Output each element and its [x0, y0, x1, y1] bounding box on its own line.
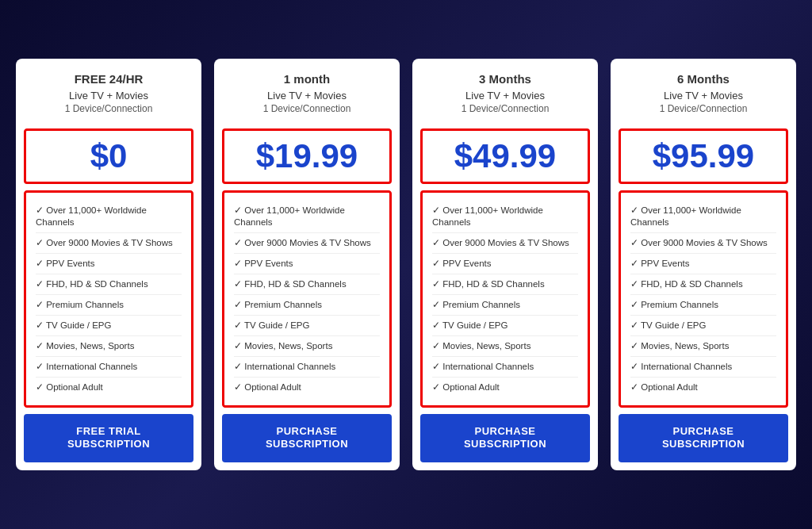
feature-item: ✓ International Channels [630, 357, 776, 378]
price-box: $95.99 [619, 128, 788, 184]
feature-item: ✓ International Channels [234, 357, 380, 378]
feature-item: ✓ Premium Channels [234, 295, 380, 316]
feature-item: ✓ FHD, HD & SD Channels [630, 274, 776, 295]
feature-item: ✓ PPV Events [432, 254, 578, 274]
plan-service: Live TV + Movies [422, 90, 588, 102]
features-list: ✓ Over 11,000+ Worldwide Channels✓ Over … [420, 190, 590, 407]
plan-device: 1 Device/Connection [224, 103, 390, 114]
feature-item: ✓ Over 9000 Movies & TV Shows [432, 233, 578, 254]
feature-item: ✓ Movies, News, Sports [432, 336, 578, 357]
plan-duration: 1 month [224, 71, 390, 87]
plan-service: Live TV + Movies [620, 90, 787, 102]
plan-duration: 3 Months [422, 71, 588, 87]
feature-item: ✓ Over 9000 Movies & TV Shows [36, 233, 182, 254]
feature-item: ✓ TV Guide / EPG [630, 316, 776, 336]
plan-price: $0 [29, 137, 188, 175]
plan-device: 1 Device/Connection [25, 103, 192, 114]
plan-header: FREE 24/HR Live TV + Movies 1 Device/Con… [16, 59, 201, 123]
price-box: $0 [24, 128, 193, 184]
feature-item: ✓ Optional Adult [432, 378, 578, 397]
plan-device: 1 Device/Connection [422, 103, 588, 114]
purchase-button-free[interactable]: FREE TRIALSUBSCRIPTION [24, 414, 193, 463]
plan-card-free: FREE 24/HR Live TV + Movies 1 Device/Con… [16, 59, 201, 471]
price-box: $19.99 [222, 128, 392, 184]
feature-item: ✓ TV Guide / EPG [432, 316, 578, 336]
feature-item: ✓ PPV Events [630, 254, 776, 274]
feature-item: ✓ Premium Channels [36, 295, 182, 316]
plan-price: $19.99 [228, 137, 386, 175]
feature-item: ✓ Over 11,000+ Worldwide Channels [432, 201, 578, 233]
purchase-button-6months[interactable]: PURCHASESUBSCRIPTION [619, 414, 788, 463]
feature-item: ✓ PPV Events [36, 254, 182, 274]
plan-card-3months: 3 Months Live TV + Movies 1 Device/Conne… [412, 59, 598, 471]
feature-item: ✓ Over 9000 Movies & TV Shows [630, 233, 776, 254]
feature-item: ✓ Movies, News, Sports [36, 336, 182, 357]
price-box: $49.99 [420, 128, 590, 184]
plan-card-1month: 1 month Live TV + Movies 1 Device/Connec… [214, 59, 400, 471]
feature-item: ✓ Movies, News, Sports [234, 336, 380, 357]
feature-item: ✓ Movies, News, Sports [630, 336, 776, 357]
feature-item: ✓ TV Guide / EPG [234, 316, 380, 336]
feature-item: ✓ Optional Adult [36, 378, 182, 397]
plan-device: 1 Device/Connection [620, 103, 787, 114]
plan-duration: 6 Months [620, 71, 787, 87]
feature-item: ✓ International Channels [432, 357, 578, 378]
features-list: ✓ Over 11,000+ Worldwide Channels✓ Over … [222, 190, 392, 407]
feature-item: ✓ Optional Adult [630, 378, 776, 397]
feature-item: ✓ Over 11,000+ Worldwide Channels [234, 201, 380, 233]
feature-item: ✓ Premium Channels [630, 295, 776, 316]
plan-header: 6 Months Live TV + Movies 1 Device/Conne… [611, 59, 796, 123]
feature-item: ✓ International Channels [36, 357, 182, 378]
plan-duration: FREE 24/HR [25, 71, 192, 87]
feature-item: ✓ FHD, HD & SD Channels [234, 274, 380, 295]
feature-item: ✓ TV Guide / EPG [36, 316, 182, 336]
feature-item: ✓ Over 11,000+ Worldwide Channels [630, 201, 776, 233]
features-list: ✓ Over 11,000+ Worldwide Channels✓ Over … [24, 190, 193, 407]
plan-price: $49.99 [426, 137, 584, 175]
purchase-button-1month[interactable]: PURCHASESUBSCRIPTION [222, 414, 392, 463]
feature-item: ✓ PPV Events [234, 254, 380, 274]
features-list: ✓ Over 11,000+ Worldwide Channels✓ Over … [619, 190, 788, 407]
feature-item: ✓ Premium Channels [432, 295, 578, 316]
plan-card-6months: 6 Months Live TV + Movies 1 Device/Conne… [611, 59, 796, 471]
plan-service: Live TV + Movies [25, 90, 192, 102]
pricing-container: FREE 24/HR Live TV + Movies 1 Device/Con… [16, 59, 796, 471]
plan-price: $95.99 [624, 137, 783, 175]
purchase-button-3months[interactable]: PURCHASESUBSCRIPTION [420, 414, 590, 463]
feature-item: ✓ FHD, HD & SD Channels [36, 274, 182, 295]
feature-item: ✓ FHD, HD & SD Channels [432, 274, 578, 295]
plan-service: Live TV + Movies [224, 90, 390, 102]
feature-item: ✓ Over 9000 Movies & TV Shows [234, 233, 380, 254]
plan-header: 3 Months Live TV + Movies 1 Device/Conne… [412, 59, 598, 123]
feature-item: ✓ Optional Adult [234, 378, 380, 397]
feature-item: ✓ Over 11,000+ Worldwide Channels [36, 201, 182, 233]
plan-header: 1 month Live TV + Movies 1 Device/Connec… [214, 59, 400, 123]
